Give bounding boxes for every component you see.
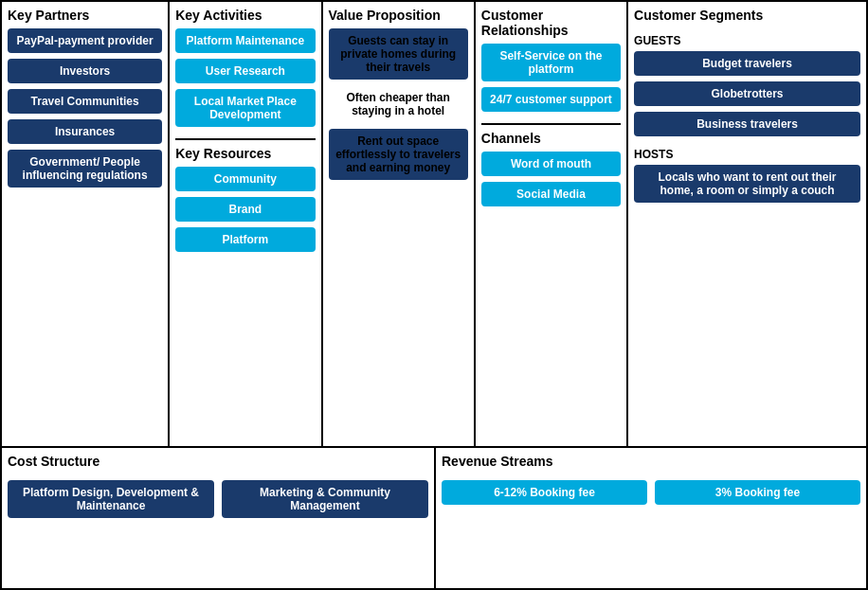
key-resources-item-1: Brand [175,197,315,222]
value-prop-item-0: Guests can stay in private homes during … [329,28,468,80]
key-activities-item-0: Platform Maintenance [175,28,315,53]
cost-item-0: Platform Design, Development & Maintenan… [8,480,214,518]
value-proposition-title: Value Proposition [329,8,468,23]
key-activities-inner: Key Activities Platform Maintenance User… [175,8,315,440]
guest-item-2: Business travelers [634,112,860,136]
revenue-streams-col: Revenue Streams 6-12% Booking fee 3% Boo… [436,448,866,588]
customer-rel-top: Customer Relationships Self-Service on t… [481,8,621,125]
key-partners-item-2: Travel Communities [8,89,162,114]
guest-item-0: Budget travelers [634,51,860,76]
channels-section: Channels Word of mouth Social Media [481,131,621,212]
key-resources-item-0: Community [175,167,315,191]
customer-relationships-title: Customer Relationships [481,8,621,38]
key-partners-title: Key Partners [8,8,162,23]
value-proposition-col: Value Proposition Guests can stay in pri… [323,2,476,446]
customer-relationships-col: Customer Relationships Self-Service on t… [476,2,628,446]
guest-item-1: Globetrotters [634,81,860,106]
cost-structure-col: Cost Structure Platform Design, Developm… [2,448,436,588]
key-activities-top: Key Activities Platform Maintenance User… [175,8,315,140]
cost-item-1: Marketing & Community Management [222,480,428,518]
customer-segments-col: Customer Segments GUESTS Budget traveler… [628,2,866,446]
cost-items-row: Platform Design, Development & Maintenan… [8,480,428,524]
revenue-item-1: 3% Booking fee [655,480,860,505]
key-activities-col: Key Activities Platform Maintenance User… [170,2,322,446]
customer-rel-item-0: Self-Service on the platform [481,44,621,81]
business-model-canvas: Key Partners PayPal-payment provider Inv… [0,0,868,590]
revenue-item-0: 6-12% Booking fee [442,480,647,505]
bottom-section: Cost Structure Platform Design, Developm… [2,448,866,588]
top-section: Key Partners PayPal-payment provider Inv… [2,2,866,448]
revenue-streams-title: Revenue Streams [442,454,860,469]
hosts-label: HOSTS [634,148,860,161]
revenue-items-row: 6-12% Booking fee 3% Booking fee [442,480,860,510]
key-resources-section: Key Resources Community Brand Platform [175,146,315,258]
key-partners-col: Key Partners PayPal-payment provider Inv… [2,2,170,446]
value-prop-item-1: Often cheaper than staying in a hotel [329,85,468,123]
key-resources-title: Key Resources [175,146,315,161]
key-partners-item-0: PayPal-payment provider [8,28,162,53]
key-activities-title: Key Activities [175,8,315,23]
customer-segments-title: Customer Segments [634,8,860,23]
channels-title: Channels [481,131,621,146]
customer-rel-item-1: 24/7 customer support [481,87,621,112]
key-activities-item-1: User Research [175,59,315,83]
key-partners-item-3: Insurances [8,119,162,144]
cost-structure-title: Cost Structure [8,454,428,469]
value-prop-item-2: Rent out space effortlessly to travelers… [329,129,468,180]
channels-item-1: Social Media [481,182,621,206]
key-partners-item-1: Investors [8,59,162,83]
key-activities-item-2: Local Market Place Development [175,89,315,127]
channels-item-0: Word of mouth [481,152,621,176]
guests-label: GUESTS [634,34,860,47]
host-item-0: Locals who want to rent out their home, … [634,165,860,203]
customer-rel-inner: Customer Relationships Self-Service on t… [481,8,621,440]
key-resources-item-2: Platform [175,227,315,252]
key-partners-item-4: Government/ People influencing regulatio… [8,150,162,188]
